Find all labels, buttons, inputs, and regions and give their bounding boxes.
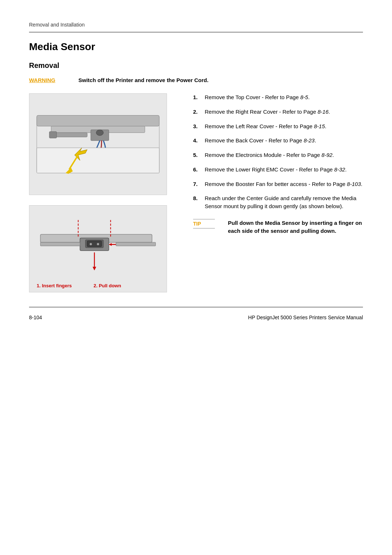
tip-line-bottom [193, 228, 215, 228]
tip-label: TIP [193, 221, 201, 227]
svg-rect-1 [37, 116, 159, 126]
step-5: 5. Remove the Electronics Module - Refer… [193, 151, 363, 159]
tip-side-lines: TIP [193, 219, 222, 228]
step-num-5: 5. [193, 151, 205, 159]
caption-insert: 1. Insert fingers [37, 283, 72, 288]
step-num-4: 4. [193, 137, 205, 145]
step-text-4: Remove the Back Cover - Refer to Page 8-… [205, 137, 316, 145]
section-title: Removal [29, 61, 363, 70]
right-column: 1. Remove the Top Cover - Refer to Page … [193, 93, 363, 292]
step-text-8: Reach under the Center Guide and careful… [205, 194, 363, 210]
step-2: 2. Remove the Right Rear Cover - Refer t… [193, 108, 363, 116]
warning-text: Switch off the Printer and remove the Po… [78, 77, 208, 83]
page-title: Media Sensor [29, 41, 363, 53]
step-num-3: 3. [193, 122, 205, 130]
header-text: Removal and Installation [29, 22, 363, 28]
top-divider [29, 32, 363, 32]
warning-label: WARNING [29, 77, 73, 83]
step-num-2: 2. [193, 108, 205, 116]
left-column: 1. Insert fingers 2. Pull down [29, 93, 181, 292]
steps-list: 1. Remove the Top Cover - Refer to Page … [193, 93, 363, 210]
step-8: 8. Reach under the Center Guide and care… [193, 194, 363, 210]
step-text-5: Remove the Electronics Module - Refer to… [205, 151, 334, 159]
svg-rect-25 [116, 242, 156, 246]
bottom-divider [29, 307, 363, 307]
footer-left: 8-104 [29, 315, 42, 320]
step-text-7: Remove the Booster Fan for better access… [205, 180, 362, 188]
step-num-6: 6. [193, 166, 205, 174]
svg-rect-24 [40, 242, 80, 246]
step-7: 7. Remove the Booster Fan for better acc… [193, 180, 363, 188]
step-text-2: Remove the Right Rear Cover - Refer to P… [205, 108, 330, 116]
svg-point-27 [97, 243, 99, 245]
step-num-8: 8. [193, 194, 205, 210]
step-text-1: Remove the Top Cover - Refer to Page 8-5… [205, 93, 310, 101]
tip-wrapper: TIP Pull down the Media Sensor by insert… [193, 219, 363, 235]
step-6: 6. Remove the Lower Right EMC Cover - Re… [193, 166, 363, 174]
svg-point-26 [90, 243, 92, 245]
warning-row: WARNING Switch off the Printer and remov… [29, 77, 363, 83]
footer-area: 8-104 HP DesignJet 5000 Series Printers … [29, 315, 363, 320]
svg-rect-15 [87, 241, 102, 247]
image-2: 1. Insert fingers 2. Pull down [29, 205, 167, 292]
step-text-6: Remove the Lower Right EMC Cover - Refer… [205, 166, 347, 174]
step-3: 3. Remove the Left Rear Cover - Refer to… [193, 122, 363, 130]
tip-text-container: Pull down the Media Sensor by inserting … [228, 219, 363, 235]
svg-point-4 [96, 130, 103, 135]
tip-text: Pull down the Media Sensor by inserting … [228, 220, 362, 234]
step-num-1: 1. [193, 93, 205, 101]
step-text-3: Remove the Left Rear Cover - Refer to Pa… [205, 122, 326, 130]
page: Removal and Installation Media Sensor Re… [0, 0, 392, 555]
tip-line-top [193, 219, 215, 219]
image-1 [29, 93, 167, 195]
step-num-7: 7. [193, 180, 205, 188]
step-1: 1. Remove the Top Cover - Refer to Page … [193, 93, 363, 101]
content-area: 1. Insert fingers 2. Pull down 1. Remove… [29, 93, 363, 292]
step-4: 4. Remove the Back Cover - Refer to Page… [193, 137, 363, 145]
svg-rect-7 [37, 148, 159, 173]
caption-pull: 2. Pull down [94, 283, 121, 288]
footer-right: HP DesignJet 5000 Series Printers Servic… [248, 315, 363, 320]
svg-rect-6 [49, 131, 57, 138]
